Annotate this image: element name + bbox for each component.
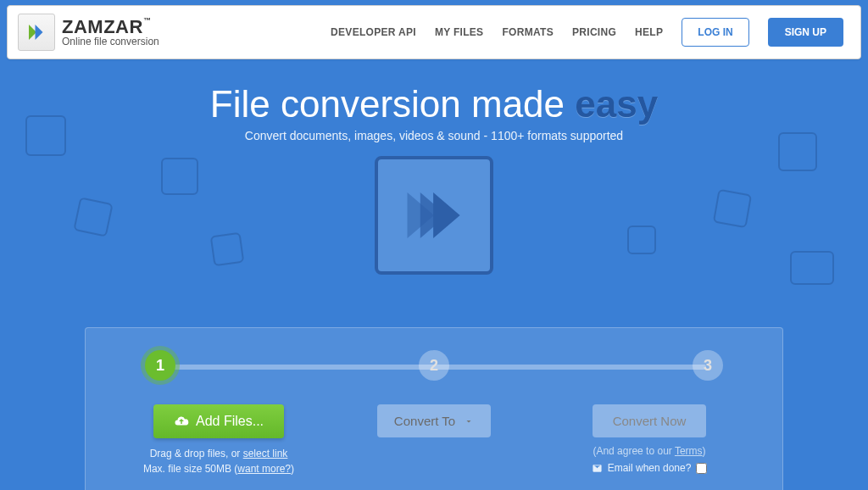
step-3: 3 [693,350,723,381]
upload-cloud-icon [174,414,189,429]
login-button[interactable]: LOG IN [682,18,748,47]
terms-note: (And agree to our Terms) [550,445,748,457]
step-1: 1 [145,350,175,381]
hero: File conversion made easy Convert docume… [0,64,868,285]
logo-icon [18,14,55,51]
nav-pricing[interactable]: PRICING [572,26,616,38]
signup-button[interactable]: SIGN UP [768,18,843,47]
convert-to-dropdown[interactable]: Convert To [377,404,491,437]
terms-link[interactable]: Terms [675,445,703,457]
step-2-col: Convert To [335,404,533,476]
brand-name: ZAMZAR™ [62,17,159,36]
nav-help[interactable]: HELP [635,26,663,38]
step-3-col: Convert Now (And agree to our Terms) Ema… [550,404,748,476]
actions-row: Add Files... Drag & drop files, or selec… [120,404,748,476]
logo[interactable]: ZAMZAR™ Online file conversion [18,14,159,51]
step-1-col: Add Files... Drag & drop files, or selec… [120,404,318,476]
nav-my-files[interactable]: MY FILES [435,26,484,38]
nav-developer-api[interactable]: DEVELOPER API [331,26,416,38]
email-when-done[interactable]: Email when done? [592,462,708,474]
step-indicator: 1 2 3 [120,350,748,381]
want-more-link[interactable]: want more? [237,463,291,475]
step-2: 2 [419,350,449,381]
top-nav-bar: ZAMZAR™ Online file conversion DEVELOPER… [7,5,861,59]
page-subtitle: Convert documents, images, videos & soun… [0,129,868,142]
main-nav: DEVELOPER API MY FILES FORMATS PRICING H… [331,18,843,47]
chevron-down-icon [464,416,474,426]
hero-forward-icon [375,156,493,275]
add-files-hint: Drag & drop files, or select link Max. f… [120,446,318,476]
convert-now-button[interactable]: Convert Now [593,404,707,437]
envelope-icon [592,464,603,473]
brand-tagline: Online file conversion [62,36,159,47]
add-files-button[interactable]: Add Files... [153,404,284,438]
page-title: File conversion made easy [0,83,868,125]
email-checkbox[interactable] [696,463,707,474]
conversion-panel: 1 2 3 Add Files... Drag & drop files, or… [85,327,783,490]
select-link[interactable]: select link [243,448,288,459]
nav-formats[interactable]: FORMATS [502,26,554,38]
